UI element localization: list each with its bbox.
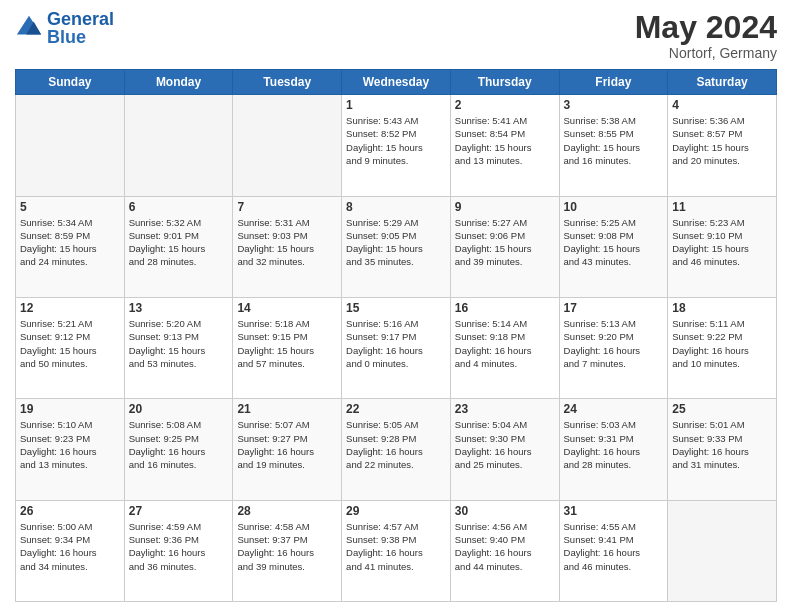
calendar-cell: 4Sunrise: 5:36 AM Sunset: 8:57 PM Daylig…: [668, 95, 777, 196]
calendar-cell: 12Sunrise: 5:21 AM Sunset: 9:12 PM Dayli…: [16, 297, 125, 398]
calendar-cell: 11Sunrise: 5:23 AM Sunset: 9:10 PM Dayli…: [668, 196, 777, 297]
day-info: Sunrise: 5:03 AM Sunset: 9:31 PM Dayligh…: [564, 418, 664, 471]
calendar-cell: 31Sunrise: 4:55 AM Sunset: 9:41 PM Dayli…: [559, 500, 668, 601]
day-info: Sunrise: 5:10 AM Sunset: 9:23 PM Dayligh…: [20, 418, 120, 471]
day-number: 21: [237, 402, 337, 416]
day-number: 16: [455, 301, 555, 315]
calendar-cell: [16, 95, 125, 196]
calendar-body: 1Sunrise: 5:43 AM Sunset: 8:52 PM Daylig…: [16, 95, 777, 602]
calendar-cell: 7Sunrise: 5:31 AM Sunset: 9:03 PM Daylig…: [233, 196, 342, 297]
day-info: Sunrise: 5:38 AM Sunset: 8:55 PM Dayligh…: [564, 114, 664, 167]
calendar-cell: 24Sunrise: 5:03 AM Sunset: 9:31 PM Dayli…: [559, 399, 668, 500]
day-number: 29: [346, 504, 446, 518]
logo-text: General Blue: [47, 10, 114, 46]
day-info: Sunrise: 5:00 AM Sunset: 9:34 PM Dayligh…: [20, 520, 120, 573]
calendar-cell: 16Sunrise: 5:14 AM Sunset: 9:18 PM Dayli…: [450, 297, 559, 398]
day-info: Sunrise: 4:58 AM Sunset: 9:37 PM Dayligh…: [237, 520, 337, 573]
calendar-cell: 27Sunrise: 4:59 AM Sunset: 9:36 PM Dayli…: [124, 500, 233, 601]
calendar-cell: 17Sunrise: 5:13 AM Sunset: 9:20 PM Dayli…: [559, 297, 668, 398]
calendar-cell: 23Sunrise: 5:04 AM Sunset: 9:30 PM Dayli…: [450, 399, 559, 500]
day-info: Sunrise: 5:20 AM Sunset: 9:13 PM Dayligh…: [129, 317, 229, 370]
calendar-cell: [124, 95, 233, 196]
day-info: Sunrise: 4:57 AM Sunset: 9:38 PM Dayligh…: [346, 520, 446, 573]
day-number: 22: [346, 402, 446, 416]
day-number: 2: [455, 98, 555, 112]
day-number: 20: [129, 402, 229, 416]
calendar-cell: 3Sunrise: 5:38 AM Sunset: 8:55 PM Daylig…: [559, 95, 668, 196]
calendar-cell: 18Sunrise: 5:11 AM Sunset: 9:22 PM Dayli…: [668, 297, 777, 398]
day-info: Sunrise: 5:16 AM Sunset: 9:17 PM Dayligh…: [346, 317, 446, 370]
calendar-cell: 10Sunrise: 5:25 AM Sunset: 9:08 PM Dayli…: [559, 196, 668, 297]
day-number: 30: [455, 504, 555, 518]
calendar-cell: 29Sunrise: 4:57 AM Sunset: 9:38 PM Dayli…: [342, 500, 451, 601]
day-info: Sunrise: 5:05 AM Sunset: 9:28 PM Dayligh…: [346, 418, 446, 471]
day-number: 3: [564, 98, 664, 112]
day-number: 6: [129, 200, 229, 214]
calendar-week-3: 19Sunrise: 5:10 AM Sunset: 9:23 PM Dayli…: [16, 399, 777, 500]
header-sunday: Sunday: [16, 70, 125, 95]
day-info: Sunrise: 5:18 AM Sunset: 9:15 PM Dayligh…: [237, 317, 337, 370]
day-info: Sunrise: 5:04 AM Sunset: 9:30 PM Dayligh…: [455, 418, 555, 471]
calendar-cell: 9Sunrise: 5:27 AM Sunset: 9:06 PM Daylig…: [450, 196, 559, 297]
header-tuesday: Tuesday: [233, 70, 342, 95]
day-number: 19: [20, 402, 120, 416]
calendar-cell: 21Sunrise: 5:07 AM Sunset: 9:27 PM Dayli…: [233, 399, 342, 500]
logo-blue: Blue: [47, 27, 86, 47]
day-number: 25: [672, 402, 772, 416]
day-number: 31: [564, 504, 664, 518]
calendar-cell: 6Sunrise: 5:32 AM Sunset: 9:01 PM Daylig…: [124, 196, 233, 297]
day-info: Sunrise: 4:56 AM Sunset: 9:40 PM Dayligh…: [455, 520, 555, 573]
day-info: Sunrise: 5:08 AM Sunset: 9:25 PM Dayligh…: [129, 418, 229, 471]
calendar-cell: [233, 95, 342, 196]
location: Nortorf, Germany: [635, 45, 777, 61]
day-info: Sunrise: 5:32 AM Sunset: 9:01 PM Dayligh…: [129, 216, 229, 269]
calendar-cell: 22Sunrise: 5:05 AM Sunset: 9:28 PM Dayli…: [342, 399, 451, 500]
calendar-cell: 20Sunrise: 5:08 AM Sunset: 9:25 PM Dayli…: [124, 399, 233, 500]
day-number: 5: [20, 200, 120, 214]
day-number: 9: [455, 200, 555, 214]
header-thursday: Thursday: [450, 70, 559, 95]
day-number: 10: [564, 200, 664, 214]
calendar-cell: 19Sunrise: 5:10 AM Sunset: 9:23 PM Dayli…: [16, 399, 125, 500]
day-info: Sunrise: 5:41 AM Sunset: 8:54 PM Dayligh…: [455, 114, 555, 167]
day-info: Sunrise: 4:59 AM Sunset: 9:36 PM Dayligh…: [129, 520, 229, 573]
calendar-cell: 8Sunrise: 5:29 AM Sunset: 9:05 PM Daylig…: [342, 196, 451, 297]
day-number: 8: [346, 200, 446, 214]
day-number: 24: [564, 402, 664, 416]
day-number: 15: [346, 301, 446, 315]
calendar-week-4: 26Sunrise: 5:00 AM Sunset: 9:34 PM Dayli…: [16, 500, 777, 601]
day-number: 17: [564, 301, 664, 315]
calendar-cell: 2Sunrise: 5:41 AM Sunset: 8:54 PM Daylig…: [450, 95, 559, 196]
calendar-cell: 30Sunrise: 4:56 AM Sunset: 9:40 PM Dayli…: [450, 500, 559, 601]
day-number: 12: [20, 301, 120, 315]
day-info: Sunrise: 5:11 AM Sunset: 9:22 PM Dayligh…: [672, 317, 772, 370]
day-info: Sunrise: 5:07 AM Sunset: 9:27 PM Dayligh…: [237, 418, 337, 471]
day-info: Sunrise: 5:01 AM Sunset: 9:33 PM Dayligh…: [672, 418, 772, 471]
calendar-cell: 13Sunrise: 5:20 AM Sunset: 9:13 PM Dayli…: [124, 297, 233, 398]
day-info: Sunrise: 4:55 AM Sunset: 9:41 PM Dayligh…: [564, 520, 664, 573]
day-info: Sunrise: 5:34 AM Sunset: 8:59 PM Dayligh…: [20, 216, 120, 269]
day-number: 11: [672, 200, 772, 214]
day-number: 13: [129, 301, 229, 315]
day-info: Sunrise: 5:23 AM Sunset: 9:10 PM Dayligh…: [672, 216, 772, 269]
logo: General Blue: [15, 10, 114, 46]
calendar: Sunday Monday Tuesday Wednesday Thursday…: [15, 69, 777, 602]
day-info: Sunrise: 5:25 AM Sunset: 9:08 PM Dayligh…: [564, 216, 664, 269]
calendar-cell: 26Sunrise: 5:00 AM Sunset: 9:34 PM Dayli…: [16, 500, 125, 601]
day-number: 26: [20, 504, 120, 518]
day-number: 27: [129, 504, 229, 518]
calendar-week-0: 1Sunrise: 5:43 AM Sunset: 8:52 PM Daylig…: [16, 95, 777, 196]
calendar-cell: 28Sunrise: 4:58 AM Sunset: 9:37 PM Dayli…: [233, 500, 342, 601]
header-saturday: Saturday: [668, 70, 777, 95]
calendar-cell: 14Sunrise: 5:18 AM Sunset: 9:15 PM Dayli…: [233, 297, 342, 398]
logo-icon: [15, 14, 43, 42]
day-number: 4: [672, 98, 772, 112]
page: General Blue May 2024 Nortorf, Germany S…: [0, 0, 792, 612]
calendar-header: Sunday Monday Tuesday Wednesday Thursday…: [16, 70, 777, 95]
calendar-cell: 5Sunrise: 5:34 AM Sunset: 8:59 PM Daylig…: [16, 196, 125, 297]
header: General Blue May 2024 Nortorf, Germany: [15, 10, 777, 61]
day-number: 23: [455, 402, 555, 416]
day-number: 14: [237, 301, 337, 315]
header-friday: Friday: [559, 70, 668, 95]
day-info: Sunrise: 5:14 AM Sunset: 9:18 PM Dayligh…: [455, 317, 555, 370]
